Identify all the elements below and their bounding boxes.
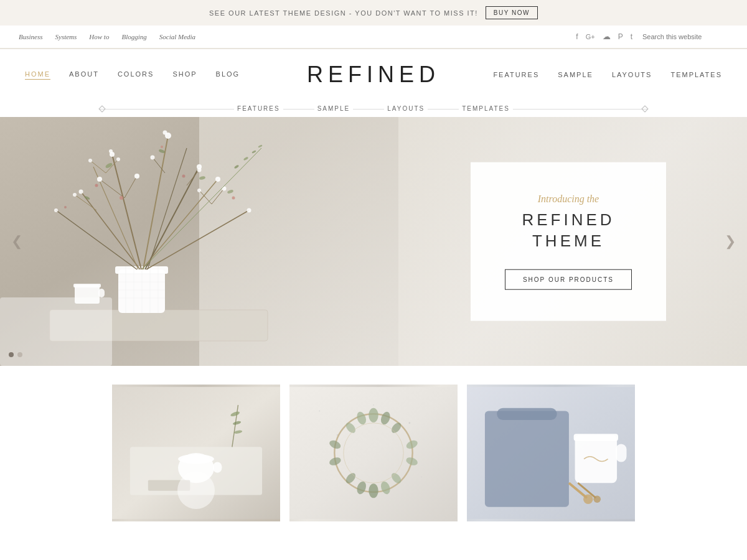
svg-point-37	[79, 190, 83, 194]
thumb-bg-2	[289, 385, 458, 521]
svg-point-47	[116, 157, 120, 161]
svg-point-38	[215, 177, 220, 182]
svg-rect-105	[497, 408, 557, 420]
thumb-bg-1	[112, 385, 280, 521]
svg-point-51	[95, 184, 98, 187]
svg-rect-4	[115, 266, 168, 274]
svg-point-44	[151, 156, 155, 160]
svg-point-42	[134, 174, 139, 179]
svg-point-84	[408, 422, 410, 424]
svg-point-43	[73, 193, 77, 197]
site-title: REFINED	[307, 62, 440, 88]
svg-point-46	[88, 159, 92, 162]
svg-point-33	[109, 149, 113, 153]
slider-dot-2[interactable]	[17, 352, 22, 357]
facebook-icon[interactable]: f	[576, 32, 578, 41]
svg-rect-80	[289, 387, 458, 519]
nav-colors[interactable]: COLORS	[118, 70, 154, 80]
svg-point-83	[373, 404, 374, 406]
floral-image	[0, 117, 398, 366]
secondary-nav: Business Systems How to Blogging Social …	[0, 26, 747, 49]
main-nav-right: FEATURES SAMPLE LAYOUTS TEMPLATES	[493, 71, 722, 78]
svg-rect-67	[75, 285, 100, 304]
hero-card: Introducing the REFINED THEME SHOP OUR P…	[471, 162, 666, 321]
secondary-nav-link-howto[interactable]: How to	[89, 33, 109, 40]
announcement-text: SEE OUR LATEST THEME DESIGN - YOU DON'T …	[209, 9, 478, 17]
buy-now-button[interactable]: BUY NOW	[486, 6, 538, 19]
slider-dots	[9, 352, 22, 357]
svg-point-112	[593, 495, 601, 503]
svg-point-41	[97, 177, 102, 182]
secondary-nav-links: Business Systems How to Blogging Social …	[19, 33, 195, 40]
nav-features[interactable]: FEATURES	[493, 71, 539, 78]
sub-nav-sample[interactable]: SAMPLE	[314, 105, 354, 112]
thumbnail-grid	[0, 366, 747, 540]
social-icons: f G+ ☁ P t	[576, 32, 632, 42]
instagram-icon[interactable]: ☁	[603, 32, 611, 42]
secondary-nav-right: f G+ ☁ P t	[576, 32, 728, 42]
nav-about[interactable]: ABOUT	[69, 70, 99, 80]
svg-point-110	[583, 495, 593, 504]
search-input[interactable]	[642, 33, 728, 40]
svg-point-48	[222, 187, 227, 191]
hero-background: Introducing the REFINED THEME SHOP OUR P…	[0, 117, 747, 366]
secondary-nav-link-business[interactable]: Business	[19, 33, 43, 40]
slider-next-arrow[interactable]: ❯	[718, 227, 742, 256]
sub-nav: FEATURES SAMPLE LAYOUTS TEMPLATES	[0, 100, 747, 117]
svg-point-88	[369, 408, 378, 422]
thumbnail-2[interactable]	[289, 385, 458, 521]
svg-rect-68	[73, 284, 101, 287]
nav-shop[interactable]: SHOP	[172, 70, 197, 80]
thumb-bg-3	[467, 385, 635, 521]
floral-svg	[0, 117, 398, 366]
svg-point-101	[369, 483, 378, 498]
hero-title-line2: THEME	[505, 231, 632, 252]
sub-nav-features[interactable]: FEATURES	[234, 105, 283, 112]
svg-rect-108	[616, 444, 626, 462]
svg-rect-69	[98, 289, 105, 297]
svg-rect-74	[213, 462, 222, 472]
svg-point-55	[161, 146, 163, 148]
slider-prev-arrow[interactable]: ❮	[5, 227, 29, 256]
announcement-bar: SEE OUR LATEST THEME DESIGN - YOU DON'T …	[0, 0, 747, 26]
sub-nav-templates[interactable]: TEMPLATES	[459, 105, 513, 112]
svg-point-40	[247, 208, 251, 213]
pinterest-icon[interactable]: P	[618, 32, 623, 41]
svg-rect-104	[485, 411, 569, 507]
googleplus-icon[interactable]: G+	[586, 33, 595, 40]
hero-slider: Introducing the REFINED THEME SHOP OUR P…	[0, 117, 747, 366]
slider-dot-1[interactable]	[9, 352, 14, 357]
svg-point-35	[163, 131, 167, 135]
secondary-nav-link-systems[interactable]: Systems	[55, 33, 77, 40]
svg-point-73	[178, 454, 214, 464]
diamond-left-icon	[98, 105, 105, 112]
diamond-right-icon	[641, 105, 648, 112]
nav-sample[interactable]: SAMPLE	[558, 71, 593, 78]
shop-products-button[interactable]: SHOP OUR PRODUCTS	[505, 269, 632, 289]
svg-point-45	[197, 168, 202, 172]
svg-point-85	[421, 477, 422, 478]
hero-title-line1: REFINED	[505, 210, 632, 231]
twitter-icon[interactable]: t	[631, 32, 632, 41]
svg-point-50	[120, 196, 123, 200]
svg-rect-75	[148, 480, 190, 490]
nav-blog[interactable]: BLOG	[216, 70, 240, 80]
nav-layouts[interactable]: LAYOUTS	[612, 71, 652, 78]
svg-rect-107	[574, 434, 618, 441]
svg-point-39	[54, 208, 58, 212]
thumbnail-3[interactable]	[467, 385, 635, 521]
main-nav-left: HOME ABOUT COLORS SHOP BLOG	[25, 70, 240, 80]
main-header: HOME ABOUT COLORS SHOP BLOG REFINED FEAT…	[0, 49, 747, 100]
secondary-nav-link-socialmedia[interactable]: Social Media	[159, 33, 195, 40]
svg-point-81	[319, 411, 320, 412]
svg-point-54	[64, 206, 67, 208]
svg-point-52	[182, 175, 186, 178]
svg-point-49	[197, 189, 201, 192]
svg-point-53	[232, 197, 235, 200]
hero-intro: Introducing the	[505, 194, 632, 205]
secondary-nav-link-blogging[interactable]: Blogging	[121, 33, 146, 40]
thumbnail-1[interactable]	[112, 385, 280, 521]
nav-templates[interactable]: TEMPLATES	[670, 71, 722, 78]
nav-home[interactable]: HOME	[25, 70, 50, 80]
sub-nav-layouts[interactable]: LAYOUTS	[384, 105, 428, 112]
